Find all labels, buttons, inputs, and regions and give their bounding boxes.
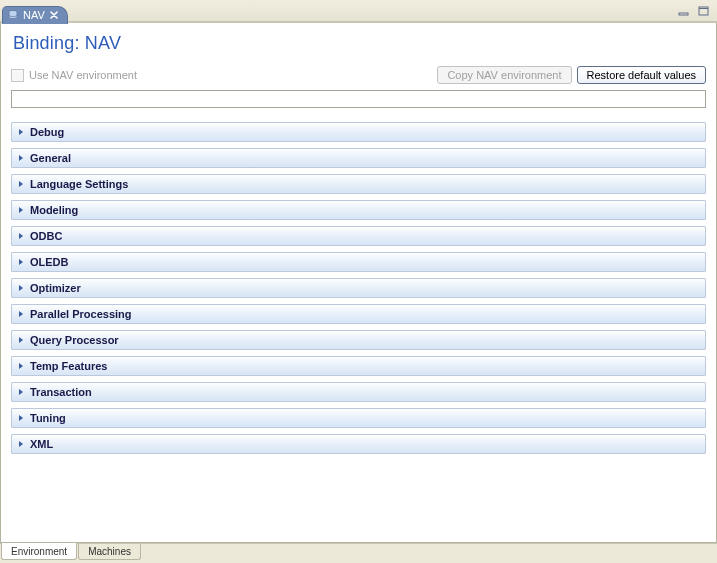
section-label: ODBC	[30, 230, 62, 242]
tab-label: NAV	[23, 9, 45, 21]
section-header[interactable]: Tuning	[11, 408, 706, 428]
section-label: Tuning	[30, 412, 66, 424]
section-header[interactable]: Parallel Processing	[11, 304, 706, 324]
section-label: Query Processor	[30, 334, 119, 346]
chevron-right-icon	[16, 283, 26, 293]
editor-window: NAV Binding: NAV	[0, 0, 717, 563]
chevron-right-icon	[16, 205, 26, 215]
content-area: Binding: NAV Use NAV environment Copy NA…	[0, 22, 717, 543]
sections-list: DebugGeneralLanguage SettingsModelingODB…	[1, 116, 716, 542]
chevron-right-icon	[16, 309, 26, 319]
tab-environment[interactable]: Environment	[1, 543, 77, 560]
chevron-right-icon	[16, 335, 26, 345]
maximize-icon[interactable]	[697, 5, 711, 17]
db-icon	[7, 9, 19, 21]
section-label: Modeling	[30, 204, 78, 216]
section-header[interactable]: Query Processor	[11, 330, 706, 350]
use-env-checkbox: Use NAV environment	[11, 69, 137, 82]
section-header[interactable]: ODBC	[11, 226, 706, 246]
section-header[interactable]: General	[11, 148, 706, 168]
window-controls	[677, 5, 717, 17]
section-label: Debug	[30, 126, 64, 138]
titlebar: NAV	[0, 0, 717, 22]
section-header[interactable]: Language Settings	[11, 174, 706, 194]
close-icon[interactable]	[49, 10, 59, 20]
filter-input[interactable]	[11, 90, 706, 108]
restore-defaults-button[interactable]: Restore default values	[577, 66, 706, 84]
chevron-right-icon	[16, 257, 26, 267]
button-row: Copy NAV environment Restore default val…	[437, 66, 706, 84]
copy-env-button: Copy NAV environment	[437, 66, 571, 84]
section-label: General	[30, 152, 71, 164]
minimize-icon[interactable]	[677, 5, 691, 17]
chevron-right-icon	[16, 127, 26, 137]
section-label: Parallel Processing	[30, 308, 132, 320]
section-label: Optimizer	[30, 282, 81, 294]
tab-nav[interactable]: NAV	[2, 6, 68, 24]
section-label: Temp Features	[30, 360, 107, 372]
section-header[interactable]: Optimizer	[11, 278, 706, 298]
section-label: Transaction	[30, 386, 92, 398]
checkbox-label: Use NAV environment	[29, 69, 137, 81]
chevron-right-icon	[16, 153, 26, 163]
chevron-right-icon	[16, 387, 26, 397]
chevron-right-icon	[16, 361, 26, 371]
tab-area: NAV	[0, 0, 68, 22]
chevron-right-icon	[16, 179, 26, 189]
page-title: Binding: NAV	[1, 23, 716, 58]
section-label: Language Settings	[30, 178, 128, 190]
section-header[interactable]: Temp Features	[11, 356, 706, 376]
section-header[interactable]: XML	[11, 434, 706, 454]
section-label: XML	[30, 438, 53, 450]
filter-input-wrap	[1, 88, 716, 116]
tab-machines[interactable]: Machines	[78, 544, 141, 560]
section-header[interactable]: Debug	[11, 122, 706, 142]
top-toolbar: Use NAV environment Copy NAV environment…	[1, 58, 716, 88]
bottom-tabs: Environment Machines	[0, 543, 717, 563]
checkbox-icon	[11, 69, 24, 82]
chevron-right-icon	[16, 231, 26, 241]
section-header[interactable]: Transaction	[11, 382, 706, 402]
chevron-right-icon	[16, 439, 26, 449]
svg-rect-1	[679, 13, 688, 15]
section-label: OLEDB	[30, 256, 69, 268]
section-header[interactable]: OLEDB	[11, 252, 706, 272]
chevron-right-icon	[16, 413, 26, 423]
section-header[interactable]: Modeling	[11, 200, 706, 220]
